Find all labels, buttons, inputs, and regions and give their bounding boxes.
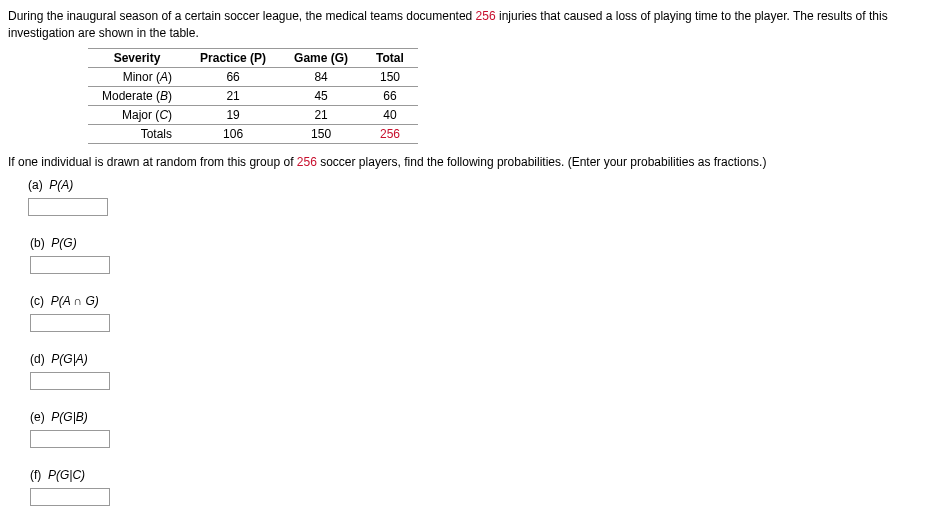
instruction-suffix: soccer players, find the following proba… <box>317 155 767 169</box>
answer-a-input[interactable] <box>28 198 108 216</box>
severity-table: Severity Practice (P) Game (G) Total Min… <box>88 48 418 144</box>
instruction-text: If one individual is drawn at random fro… <box>8 154 934 171</box>
cell-practice: 19 <box>186 105 280 124</box>
answer-c-input[interactable] <box>30 314 110 332</box>
cell-label: Totals <box>88 124 186 143</box>
question-d-prob: P(G|A) <box>51 352 87 366</box>
question-a-prob: P(A) <box>49 178 73 192</box>
answer-e-input[interactable] <box>30 430 110 448</box>
question-c-label: (c) P(A ∩ G) <box>30 294 934 308</box>
question-f: (f) P(G|C) <box>30 468 934 506</box>
question-b: (b) P(G) <box>30 236 934 274</box>
table-row: Moderate (B) 21 45 66 <box>88 86 418 105</box>
question-c: (c) P(A ∩ G) <box>30 294 934 332</box>
question-a: (a) P(A) <box>28 178 934 216</box>
table-header-row: Severity Practice (P) Game (G) Total <box>88 48 418 67</box>
table-row: Major (C) 19 21 40 <box>88 105 418 124</box>
cell-game: 84 <box>280 67 362 86</box>
cell-total: 66 <box>362 86 418 105</box>
instruction-count: 256 <box>297 155 317 169</box>
cell-total: 256 <box>362 124 418 143</box>
cell-label: Moderate (B) <box>88 86 186 105</box>
col-total: Total <box>362 48 418 67</box>
question-e-prob: P(G|B) <box>51 410 87 424</box>
col-game: Game (G) <box>280 48 362 67</box>
col-practice: Practice (P) <box>186 48 280 67</box>
intro-text: During the inaugural season of a certain… <box>8 8 934 42</box>
question-d: (d) P(G|A) <box>30 352 934 390</box>
answer-f-input[interactable] <box>30 488 110 506</box>
question-a-tag: (a) <box>28 178 43 192</box>
question-f-prob: P(G|C) <box>48 468 85 482</box>
cell-total: 150 <box>362 67 418 86</box>
question-b-prob: P(G) <box>51 236 76 250</box>
question-b-tag: (b) <box>30 236 45 250</box>
table-row-totals: Totals 106 150 256 <box>88 124 418 143</box>
intro-prefix: During the inaugural season of a certain… <box>8 9 476 23</box>
question-c-tag: (c) <box>30 294 44 308</box>
question-c-prob: P(A ∩ G) <box>51 294 99 308</box>
cell-game: 21 <box>280 105 362 124</box>
instruction-prefix: If one individual is drawn at random fro… <box>8 155 297 169</box>
question-d-label: (d) P(G|A) <box>30 352 934 366</box>
question-b-label: (b) P(G) <box>30 236 934 250</box>
cell-label: Minor (A) <box>88 67 186 86</box>
question-a-label: (a) P(A) <box>28 178 934 192</box>
question-e: (e) P(G|B) <box>30 410 934 448</box>
question-d-tag: (d) <box>30 352 45 366</box>
question-e-tag: (e) <box>30 410 45 424</box>
col-severity: Severity <box>88 48 186 67</box>
table-row: Minor (A) 66 84 150 <box>88 67 418 86</box>
cell-game: 150 <box>280 124 362 143</box>
answer-b-input[interactable] <box>30 256 110 274</box>
cell-label: Major (C) <box>88 105 186 124</box>
question-e-label: (e) P(G|B) <box>30 410 934 424</box>
cell-game: 45 <box>280 86 362 105</box>
cell-practice: 66 <box>186 67 280 86</box>
cell-practice: 21 <box>186 86 280 105</box>
answer-d-input[interactable] <box>30 372 110 390</box>
intro-count: 256 <box>476 9 496 23</box>
question-f-tag: (f) <box>30 468 41 482</box>
cell-total: 40 <box>362 105 418 124</box>
cell-practice: 106 <box>186 124 280 143</box>
question-f-label: (f) P(G|C) <box>30 468 934 482</box>
